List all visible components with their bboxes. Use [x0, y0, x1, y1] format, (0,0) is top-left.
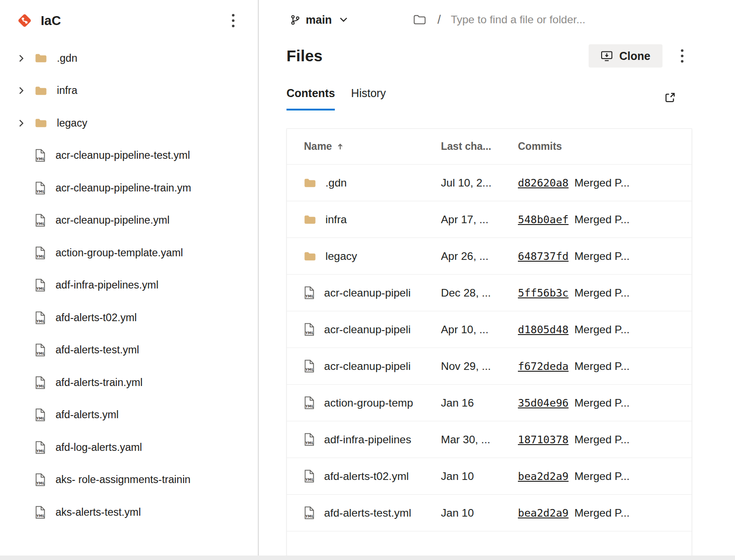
tree-file-item[interactable]: YML afd-alerts-test.yml [0, 334, 258, 367]
table-header-row: Name Last cha... Commits [287, 129, 692, 165]
yml-file-icon: YML [304, 470, 315, 483]
yml-file-icon: YML [304, 286, 315, 299]
yml-file-icon: YML [304, 506, 315, 519]
tree-file-item[interactable]: YML acr-cleanup-pipeline-test.yml [0, 140, 258, 172]
tree-folder-item[interactable]: legacy [0, 107, 258, 140]
tree-item-label: acr-cleanup-pipeline-test.yml [56, 149, 190, 161]
tree-item-label: acr-cleanup-pipeline-train.ym [56, 182, 191, 194]
tree-file-item[interactable]: YML afd-alerts.yml [0, 399, 258, 432]
column-header-last-change[interactable]: Last cha... [441, 140, 518, 153]
commit-message: Merged P... [574, 287, 629, 299]
commit-hash-link[interactable]: 35d04e96 [518, 397, 568, 409]
folder-icon [35, 53, 47, 63]
commit-message: Merged P... [574, 507, 629, 519]
svg-text:YML: YML [305, 441, 314, 445]
tree-file-item[interactable]: YML action-group-template.yaml [0, 237, 258, 269]
current-branch-name: main [306, 13, 332, 26]
commit-hash-link[interactable]: f672deda [518, 360, 568, 373]
svg-text:YML: YML [36, 319, 45, 323]
tree-file-item[interactable]: YML afd-alerts-t02.yml [0, 301, 258, 334]
tree-folder-item[interactable]: infra [0, 75, 258, 107]
path-search-box: / [414, 13, 692, 27]
sidebar-header: IaC [0, 0, 258, 41]
sidebar-more-options-icon[interactable] [224, 14, 243, 27]
table-row[interactable]: YML afd-alerts-t02.yml Jan 10 bea2d2a9 M… [287, 458, 692, 495]
sidebar: IaC .gdn infra legacy [0, 0, 259, 560]
commit-hash-link[interactable]: bea2d2a9 [518, 507, 568, 519]
tree-file-item[interactable]: YML acr-cleanup-pipeline.yml [0, 204, 258, 237]
table-row[interactable]: YML acr-cleanup-pipeli Apr 10, ... d1805… [287, 311, 692, 348]
row-name: afd-alerts-t02.yml [324, 470, 409, 483]
repo-name: IaC [41, 13, 224, 28]
clone-button-label: Clone [620, 50, 650, 63]
table-row[interactable]: YML adf-infra-pipelines Mar 30, ... 1871… [287, 421, 692, 458]
table-body: YML .gdn Jul 10, 2... d82620a8 Merged P.… [287, 165, 692, 531]
svg-text:YML: YML [36, 190, 45, 194]
commit-hash-link[interactable]: d82620a8 [518, 177, 568, 189]
table-row[interactable]: YML acr-cleanup-pipeli Nov 29, ... f672d… [287, 348, 692, 385]
tree-file-item[interactable]: YML aks-alerts-test.yml [0, 496, 258, 529]
row-last-change-date: Mar 30, ... [441, 433, 518, 446]
commit-hash-link[interactable]: 648737fd [518, 250, 568, 263]
svg-text:YML: YML [36, 384, 45, 388]
table-row[interactable]: YML legacy Apr 26, ... 648737fd Merged P… [287, 238, 692, 275]
tree-item-label: .gdn [57, 52, 77, 64]
folder-icon [304, 251, 316, 261]
row-last-change-date: Apr 10, ... [441, 323, 518, 336]
files-more-options-icon[interactable] [672, 49, 692, 63]
tree-item-label: afd-alerts-test.yml [56, 344, 139, 356]
row-last-change-date: Jan 10 [441, 507, 518, 519]
tree-file-item[interactable]: YML adf-infra-pipelines.yml [0, 269, 258, 302]
yml-file-icon: YML [304, 433, 315, 446]
table-row[interactable]: YML action-group-temp Jan 16 35d04e96 Me… [287, 385, 692, 421]
tab-contents[interactable]: Contents [286, 87, 335, 110]
tree-item-label: action-group-template.yaml [56, 247, 183, 259]
folder-outline-icon [414, 15, 426, 25]
tab-history[interactable]: History [351, 87, 386, 110]
clone-button[interactable]: Clone [589, 44, 662, 68]
svg-text:YML: YML [36, 157, 45, 161]
tree-file-item[interactable]: YML afd-alerts-train.yml [0, 366, 258, 399]
branch-selector[interactable]: main [290, 13, 347, 26]
yml-file-icon: YML [35, 408, 46, 421]
svg-text:YML: YML [305, 404, 314, 408]
table-row[interactable]: YML afd-alerts-test.yml Jan 10 bea2d2a9 … [287, 495, 692, 531]
svg-text:YML: YML [36, 416, 45, 420]
commit-message: Merged P... [574, 213, 629, 226]
yml-file-icon: YML [304, 323, 315, 336]
tree-file-item[interactable]: YML aks- role-assignments-trainin [0, 464, 258, 496]
horizontal-scrollbar[interactable] [0, 556, 735, 560]
files-table: Name Last cha... Commits YML [286, 128, 692, 560]
find-file-input[interactable] [451, 13, 692, 26]
row-last-change-date: Jan 16 [441, 397, 518, 409]
table-row[interactable]: YML .gdn Jul 10, 2... d82620a8 Merged P.… [287, 165, 692, 201]
tree-folder-item[interactable]: .gdn [0, 42, 258, 75]
table-row[interactable]: YML infra Apr 17, ... 548b0aef Merged P.… [287, 201, 692, 238]
row-last-change-date: Jan 10 [441, 470, 518, 483]
row-last-change-date: Apr 26, ... [441, 250, 518, 263]
chevron-right-icon[interactable] [19, 87, 28, 94]
commit-hash-link[interactable]: 18710378 [518, 433, 568, 446]
row-name: acr-cleanup-pipeli [324, 360, 410, 373]
tree-item-label: afd-alerts-t02.yml [56, 312, 137, 324]
sort-ascending-arrow-icon[interactable] [337, 143, 344, 150]
tree-file-item[interactable]: YML afd-log-alerts.yaml [0, 431, 258, 464]
commit-hash-link[interactable]: d1805d48 [518, 323, 568, 336]
column-header-name[interactable]: Name [304, 140, 332, 153]
column-header-commits[interactable]: Commits [518, 140, 683, 153]
commit-hash-link[interactable]: 5ff56b3c [518, 287, 568, 299]
commit-hash-link[interactable]: 548b0aef [518, 213, 568, 226]
tree-file-item[interactable]: YML acr-cleanup-pipeline-train.ym [0, 172, 258, 204]
table-row[interactable]: YML acr-cleanup-pipeli Dec 28, ... 5ff56… [287, 275, 692, 311]
yml-file-icon: YML [35, 311, 46, 324]
expand-fullscreen-icon[interactable] [664, 92, 676, 110]
row-name: .gdn [325, 177, 347, 189]
commit-message: Merged P... [574, 433, 629, 446]
row-last-change-date: Dec 28, ... [441, 287, 518, 299]
row-name: adf-infra-pipelines [324, 433, 411, 446]
chevron-right-icon[interactable] [19, 119, 28, 127]
commit-hash-link[interactable]: bea2d2a9 [518, 470, 568, 483]
chevron-right-icon[interactable] [19, 55, 28, 62]
svg-text:YML: YML [305, 331, 314, 335]
tree-item-label: aks-alerts-test.yml [56, 506, 141, 518]
